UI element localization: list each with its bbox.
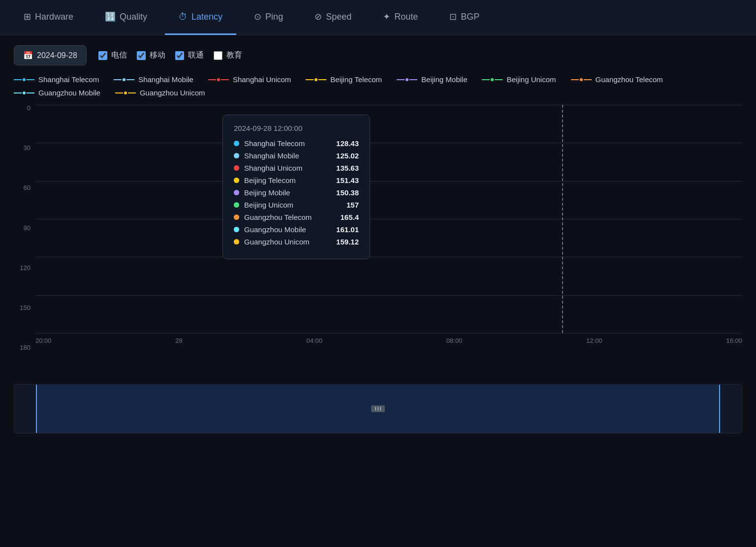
legend-dot [490, 77, 495, 82]
legend-item-guangzhou-mobile[interactable]: Guangzhou Mobile [14, 89, 100, 97]
chart-wrapper: 1801501209060300 2024-09-28 12:00:00 Sha… [14, 105, 742, 351]
legend-line-segment [27, 92, 34, 93]
nav-speed[interactable]: ⊘ Speed [301, 0, 365, 35]
checkbox-jiaoyu[interactable] [214, 51, 222, 60]
checkbox-dianxin[interactable] [98, 51, 107, 60]
legend-label: Shanghai Telecom [38, 75, 99, 84]
filter-yidong[interactable]: 移动 [137, 50, 165, 61]
chart-svg [35, 105, 742, 333]
y-axis: 1801501209060300 [14, 105, 33, 351]
legend-line [397, 77, 417, 82]
tooltip-dot [234, 202, 239, 208]
checkbox-liantong[interactable] [175, 51, 184, 60]
legend-label: Beijing Telecom [330, 75, 382, 84]
checkbox-yidong[interactable] [137, 51, 146, 60]
legend-label: Guangzhou Mobile [38, 89, 100, 97]
legend-item-beijing-unicom[interactable]: Beijing Unicom [482, 75, 556, 84]
legend-line-segment [126, 79, 134, 80]
legend-item-shanghai-unicom[interactable]: Shanghai Unicom [208, 75, 291, 84]
legend-item-guangzhou-unicom[interactable]: Guangzhou Unicom [115, 89, 205, 97]
tooltip-row-value: 161.01 [329, 225, 359, 234]
nav-route-label: Route [394, 12, 418, 22]
tooltip-row-label: Shanghai Mobile [244, 152, 324, 160]
tooltip-row-value: 125.02 [329, 152, 359, 160]
legend-line-segment [128, 92, 136, 93]
legend-line-segment [571, 79, 579, 80]
tooltip-row: Shanghai Unicom 135.63 [234, 164, 359, 172]
nav-quality[interactable]: 🔢 Quality [91, 0, 161, 35]
legend-dot [405, 77, 410, 82]
tooltip-row-value: 135.63 [329, 164, 359, 172]
legend-line-segment [482, 79, 490, 80]
legend-line [114, 77, 134, 82]
tooltip-dot [234, 214, 239, 220]
legend-dot [579, 77, 584, 82]
legend-line [208, 77, 229, 82]
filter-dianxin[interactable]: 电信 [98, 50, 127, 61]
route-icon: ✦ [383, 11, 390, 22]
tooltip-dot [234, 153, 239, 158]
legend-item-beijing-mobile[interactable]: Beijing Mobile [397, 75, 467, 84]
tooltip-row-label: Guangzhou Telecom [244, 213, 324, 221]
legend-label: Guangzhou Unicom [140, 89, 205, 97]
filter-jiaoyu[interactable]: 教育 [214, 50, 242, 61]
x-label: 08:00 [446, 337, 463, 344]
legend-item-guangzhou-telecom[interactable]: Guangzhou Telecom [571, 75, 663, 84]
x-label: 20:00 [35, 337, 52, 344]
nav-ping[interactable]: ⊙ Ping [240, 0, 297, 35]
legend-line-segment [221, 79, 229, 80]
legend-dot [314, 77, 318, 82]
legend-dot [22, 77, 27, 82]
x-label: 04:00 [307, 337, 323, 344]
tooltip-row-value: 151.43 [329, 176, 359, 184]
mini-chart-area [0, 384, 756, 433]
filter-liantong[interactable]: 联通 [175, 50, 204, 61]
legend-line-segment [115, 92, 123, 93]
legend-line [306, 77, 326, 82]
legend-dot [22, 91, 27, 95]
tooltip-dot [234, 165, 239, 171]
legend-item-shanghai-telecom[interactable]: Shanghai Telecom [14, 75, 99, 84]
legend-item-beijing-telecom[interactable]: Beijing Telecom [306, 75, 382, 84]
legend-line-segment [208, 79, 216, 80]
legend-line [571, 77, 592, 82]
tooltip-row: Guangzhou Telecom 165.4 [234, 213, 359, 221]
controls-bar: 📅 2024-09-28 电信 移动 联通 教育 [0, 35, 756, 75]
tooltip-dot [234, 239, 239, 244]
nav-latency[interactable]: ⏱ Latency [165, 0, 236, 35]
legend-label: Shanghai Unicom [233, 75, 291, 84]
date-value: 2024-09-28 [37, 51, 77, 60]
chart-inner: 2024-09-28 12:00:00 Shanghai Telecom 128… [35, 105, 742, 333]
tooltip-row-label: Beijing Telecom [244, 176, 324, 184]
tooltip-row-label: Shanghai Telecom [244, 139, 324, 148]
legend-line-segment [410, 79, 417, 80]
legend-line-segment [318, 79, 326, 80]
tooltip-row-value: 157 [329, 201, 359, 209]
nav-bgp[interactable]: ⊡ BGP [436, 0, 493, 35]
bgp-icon: ⊡ [449, 11, 457, 22]
legend-line-segment [584, 79, 592, 80]
nav-route[interactable]: ✦ Route [369, 0, 432, 35]
tooltip-row-label: Shanghai Unicom [244, 164, 324, 172]
filter-dianxin-label: 电信 [111, 50, 127, 61]
legend-dot [123, 91, 128, 95]
legend-line [14, 91, 34, 95]
legend-item-shanghai-mobile[interactable]: Shanghai Mobile [114, 75, 193, 84]
latency-icon: ⏱ [179, 12, 188, 22]
chart-legend: Shanghai Telecom Shanghai Mobile Shangha… [0, 75, 756, 105]
hardware-icon: ⊞ [24, 11, 31, 22]
speed-icon: ⊘ [315, 11, 322, 22]
tooltip-dot [234, 190, 239, 195]
top-navigation: ⊞ Hardware 🔢 Quality ⏱ Latency ⊙ Ping ⊘ … [0, 0, 756, 35]
filter-liantong-label: 联通 [188, 50, 204, 61]
nav-hardware[interactable]: ⊞ Hardware [10, 0, 87, 35]
legend-line [482, 77, 503, 82]
tooltip-row-value: 150.38 [329, 188, 359, 197]
y-label-60: 60 [14, 184, 33, 191]
date-picker-button[interactable]: 📅 2024-09-28 [14, 45, 87, 65]
tooltip-row: Guangzhou Mobile 161.01 [234, 225, 359, 234]
tooltip-timestamp: 2024-09-28 12:00:00 [234, 124, 359, 132]
tooltip-row-label: Beijing Mobile [244, 188, 324, 197]
mini-chart[interactable] [14, 384, 742, 433]
tooltip-rows: Shanghai Telecom 128.43 Shanghai Mobile … [234, 139, 359, 246]
